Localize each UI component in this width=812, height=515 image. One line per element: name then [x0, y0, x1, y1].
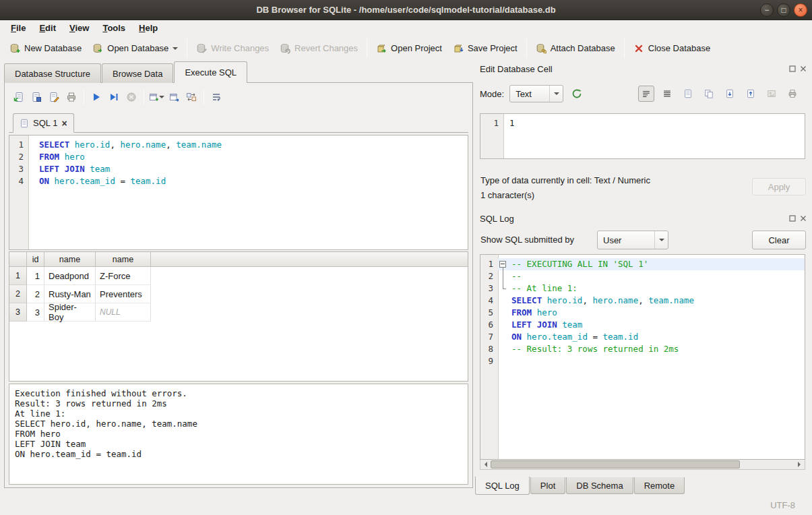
- word-wrap-button[interactable]: [208, 88, 225, 106]
- table-cell[interactable]: Deadpond: [44, 267, 96, 285]
- save-project-button[interactable]: Save Project: [447, 40, 523, 57]
- menu-tools[interactable]: Tools: [96, 21, 132, 35]
- attach-database-button[interactable]: Attach Database: [530, 40, 621, 57]
- titlebar[interactable]: DB Browser for SQLite - /home/user/code/…: [0, 0, 812, 20]
- sql-1-tab[interactable]: SQL 1 ×: [13, 113, 74, 133]
- column-header[interactable]: name: [96, 252, 151, 266]
- table-cell[interactable]: 1: [27, 267, 44, 285]
- open-sql-tab-button[interactable]: [165, 88, 183, 106]
- code-text[interactable]: SELECT hero.id, hero.name, team.name: [507, 295, 694, 307]
- image-view-button[interactable]: [763, 86, 780, 102]
- open-database-button[interactable]: Open Database: [87, 40, 183, 57]
- word-wrap-cell-button[interactable]: [659, 86, 675, 102]
- new-database-button[interactable]: New Database: [4, 40, 87, 57]
- line-number: 4: [480, 295, 498, 307]
- code-text[interactable]: FROM hero: [507, 307, 557, 319]
- execution-output-panel[interactable]: Execution finished without errors.Result…: [9, 384, 468, 485]
- text-view-button[interactable]: [638, 86, 654, 102]
- import-cell-data-button[interactable]: [722, 86, 738, 102]
- new-tab-dropdown-icon[interactable]: [159, 96, 164, 101]
- save-sql-as-button[interactable]: [45, 88, 63, 106]
- table-cell[interactable]: Preventers: [96, 285, 151, 303]
- menu-file[interactable]: File: [4, 21, 32, 35]
- results-table[interactable]: idnamename11DeadpondZ-Force22Rusty-ManPr…: [9, 251, 468, 382]
- fold-marker-icon[interactable]: [498, 258, 507, 270]
- table-cell[interactable]: Rusty-Man: [44, 285, 96, 303]
- menu-edit[interactable]: Edit: [32, 21, 63, 35]
- print-cell-button[interactable]: [784, 86, 801, 102]
- apply-button[interactable]: Apply: [752, 178, 806, 195]
- execute-all-button[interactable]: [88, 88, 105, 106]
- execute-line-button[interactable]: [105, 88, 123, 106]
- close-button[interactable]: ×: [794, 3, 807, 17]
- code-text[interactable]: 1: [503, 117, 515, 129]
- table-cell[interactable]: 2: [27, 285, 44, 303]
- edit-cell-dock-icons: [789, 62, 807, 75]
- code-text[interactable]: FROM hero: [28, 151, 85, 163]
- tab-database-structure[interactable]: Database Structure: [4, 63, 101, 83]
- tab-execute-sql[interactable]: Execute SQL: [174, 61, 247, 83]
- toolbar-separator: [144, 90, 144, 104]
- code-text[interactable]: --: [507, 270, 522, 282]
- code-text[interactable]: LEFT JOIN team: [28, 163, 110, 175]
- float-dock-icon[interactable]: [789, 215, 796, 222]
- scroll-left-icon[interactable]: [480, 460, 491, 469]
- close-database-button[interactable]: Close Database: [628, 40, 716, 57]
- dock-tab-plot[interactable]: Plot: [530, 477, 565, 494]
- close-dock-icon[interactable]: [800, 215, 807, 222]
- dock-tab-db-schema[interactable]: DB Schema: [566, 477, 633, 494]
- maximize-button[interactable]: □: [777, 3, 790, 17]
- export-cell-data-button[interactable]: [743, 86, 759, 102]
- auto-switch-mode-button[interactable]: [569, 86, 585, 102]
- print-sql-button[interactable]: [63, 88, 80, 106]
- scrollbar-thumb[interactable]: [491, 460, 740, 468]
- tab-browse-data[interactable]: Browse Data: [102, 63, 173, 83]
- sql-log-filter-select[interactable]: User: [597, 231, 668, 249]
- scroll-right-icon[interactable]: [794, 460, 805, 469]
- menu-help[interactable]: Help: [132, 21, 164, 35]
- cell-editor[interactable]: 11: [480, 113, 805, 159]
- close-dock-icon[interactable]: [800, 65, 807, 72]
- sql-log-editor[interactable]: 1-- EXECUTING ALL IN 'SQL 1'2--3-- At li…: [480, 254, 805, 460]
- table-cell[interactable]: NULL: [96, 303, 151, 322]
- column-header[interactable]: id: [27, 252, 44, 266]
- encoding-indicator[interactable]: UTF-8: [770, 500, 795, 510]
- code-text[interactable]: ON hero.team_id = team.id: [28, 175, 166, 187]
- line-number: 2: [9, 151, 28, 163]
- code-text[interactable]: SELECT hero.id, hero.name, team.name: [28, 139, 222, 151]
- code-text[interactable]: -- At line 1:: [507, 282, 577, 295]
- code-text[interactable]: -- EXECUTING ALL IN 'SQL 1': [507, 258, 648, 270]
- stop-execution-button[interactable]: [123, 88, 140, 106]
- log-horizontal-scrollbar[interactable]: [480, 460, 805, 470]
- open-cell-data-button[interactable]: [680, 86, 696, 102]
- close-tab-icon[interactable]: ×: [61, 119, 67, 128]
- open-database-dropdown-icon[interactable]: [173, 47, 178, 53]
- save-sql-file-button[interactable]: [28, 88, 45, 106]
- new-sql-tab-button[interactable]: [148, 88, 165, 106]
- table-cell[interactable]: Spider-Boy: [44, 303, 96, 322]
- table-cell[interactable]: Z-Force: [96, 267, 151, 285]
- row-header[interactable]: 2: [9, 285, 27, 303]
- dock-tab-remote[interactable]: Remote: [634, 477, 685, 494]
- revert-changes-button[interactable]: Revert Changes: [274, 40, 363, 57]
- row-header[interactable]: 3: [9, 303, 27, 322]
- clear-log-button[interactable]: Clear: [752, 231, 806, 249]
- table-cell[interactable]: 3: [27, 303, 44, 322]
- open-project-button[interactable]: Open Project: [371, 40, 447, 57]
- code-text[interactable]: ON hero.team_id = team.id: [507, 331, 638, 343]
- code-text[interactable]: LEFT JOIN team: [507, 319, 582, 331]
- copy-cell-data-button[interactable]: [701, 86, 717, 102]
- code-text[interactable]: -- Result: 3 rows returned in 2ms: [507, 343, 679, 355]
- dock-tab-sql-log[interactable]: SQL Log: [475, 477, 530, 495]
- float-dock-icon[interactable]: [789, 65, 796, 72]
- open-sql-file-button[interactable]: [10, 88, 28, 106]
- write-changes-button[interactable]: Write Changes: [191, 40, 274, 57]
- row-header[interactable]: 1: [9, 267, 27, 285]
- column-header[interactable]: name: [44, 252, 96, 266]
- sql-editor[interactable]: 1SELECT hero.id, hero.name, team.name2FR…: [9, 135, 468, 250]
- find-replace-button[interactable]: [183, 88, 200, 106]
- mode-select[interactable]: Text: [509, 85, 563, 102]
- code-text[interactable]: [507, 355, 511, 367]
- menu-view[interactable]: View: [63, 21, 96, 35]
- minimize-button[interactable]: −: [760, 3, 774, 17]
